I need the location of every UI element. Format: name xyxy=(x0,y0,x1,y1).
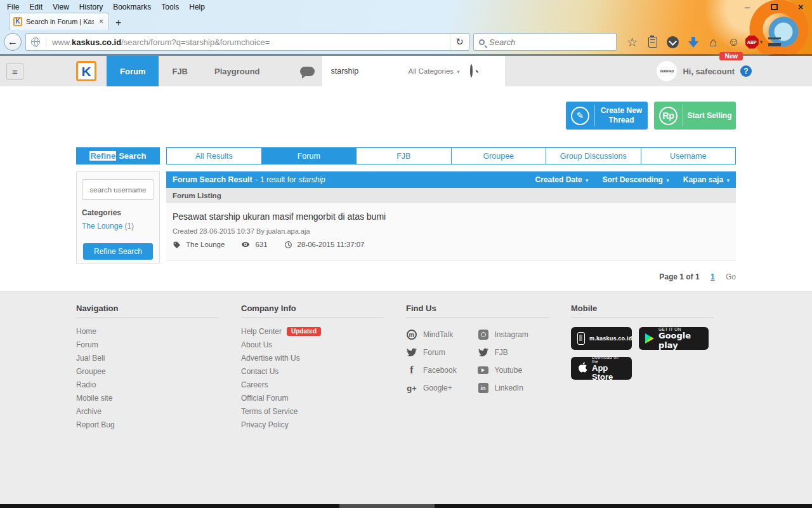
social-linkedin[interactable]: inLinkedIn xyxy=(478,379,549,397)
toolbar-icons: ☆ ⌂ ☺ ABP▾ xyxy=(623,33,783,51)
search-username-input[interactable] xyxy=(82,179,154,200)
thread-category[interactable]: The Lounge xyxy=(186,241,225,248)
footer-link-groupee[interactable]: Groupee xyxy=(76,364,219,378)
footer-link-jual-beli[interactable]: Jual Beli xyxy=(76,351,219,364)
minimize-icon[interactable]: – xyxy=(742,3,752,11)
social-twitter-fjb[interactable]: FJB xyxy=(478,344,549,361)
footer-link-forum[interactable]: Forum xyxy=(76,338,219,351)
sort-order-dropdown[interactable]: Sort Descending ▾ xyxy=(603,175,669,184)
clock-icon xyxy=(284,241,292,249)
footer-link-radio[interactable]: Radio xyxy=(76,378,219,391)
help-icon[interactable]: ? xyxy=(740,65,752,77)
footer-mobile: Mobile m.kaskus.co.id GET IT ONGoogle pl… xyxy=(571,304,736,431)
footer-link-report-bug[interactable]: Report Bug xyxy=(76,418,219,431)
footer-link-about-us[interactable]: About Us xyxy=(241,338,384,351)
page-go-button[interactable]: Go xyxy=(726,272,736,281)
result-count-text: - 1 result for xyxy=(256,175,296,184)
tab-username[interactable]: Username xyxy=(641,147,737,164)
back-button[interactable]: ← xyxy=(4,33,22,51)
chevron-down-icon: ▾ xyxy=(457,69,460,75)
footer-findus: Find Us mMindTalk Forum fFacebook g+Goog… xyxy=(406,304,571,431)
tab-forum[interactable]: Forum xyxy=(261,147,357,164)
tab-fjb[interactable]: FJB xyxy=(356,147,452,164)
search-icon xyxy=(479,39,485,45)
footer-link-home[interactable]: Home xyxy=(76,324,219,338)
social-mindtalk[interactable]: mMindTalk xyxy=(406,326,478,344)
new-tab-button[interactable]: + xyxy=(109,17,128,30)
reload-icon[interactable]: ↻ xyxy=(450,34,469,50)
avatar[interactable]: VERIFIED xyxy=(657,61,677,81)
menu-help[interactable]: Help xyxy=(185,2,209,12)
menu-history[interactable]: History xyxy=(75,2,107,12)
kaskus-logo[interactable]: K xyxy=(76,61,96,81)
restore-icon[interactable] xyxy=(769,3,779,11)
adblock-plus-icon[interactable]: ABP▾ xyxy=(745,33,763,51)
mobile-site-badge[interactable]: m.kaskus.co.id xyxy=(571,327,632,350)
footer-link-advertise[interactable]: Advertise with Us xyxy=(241,351,384,364)
social-youtube[interactable]: Youtube xyxy=(478,361,549,379)
social-googleplus[interactable]: g+Google+ xyxy=(406,379,478,397)
nav-forum[interactable]: Forum xyxy=(107,56,159,86)
category-the-lounge-link[interactable]: The Lounge xyxy=(82,222,122,231)
bookmarks-list-icon[interactable] xyxy=(643,33,662,51)
forum-listing-bar: Forum Listing xyxy=(166,188,736,203)
site-identity-globe-icon[interactable] xyxy=(31,37,40,46)
social-instagram[interactable]: Instagram xyxy=(478,326,549,344)
footer-link-mobile-site[interactable]: Mobile site xyxy=(76,391,219,404)
site-search-bar[interactable]: All Categories ▾ xyxy=(322,56,505,86)
menu-bookmarks[interactable]: Bookmarks xyxy=(108,2,155,12)
url-bar[interactable]: www.kaskus.co.id/search/forum?q=starship… xyxy=(25,33,469,51)
footer-link-contact-us[interactable]: Contact Us xyxy=(241,364,384,378)
footer-link-help-center[interactable]: Help CenterUpdated xyxy=(241,324,384,338)
rupiah-icon: Rp xyxy=(654,105,683,126)
menu-file[interactable]: File xyxy=(3,2,23,12)
footer-link-careers[interactable]: Careers xyxy=(241,378,384,391)
site-search-input[interactable] xyxy=(331,67,406,76)
refine-search-button[interactable]: Refine Search xyxy=(83,243,153,260)
sort-field-dropdown[interactable]: Created Date ▾ xyxy=(535,175,589,184)
google-play-badge[interactable]: GET IT ONGoogle play xyxy=(639,327,709,350)
home-icon[interactable]: ⌂ xyxy=(704,33,723,51)
page-1-link[interactable]: 1 xyxy=(710,272,715,281)
bookmark-star-icon[interactable]: ☆ xyxy=(623,33,641,51)
social-facebook[interactable]: fFacebook xyxy=(406,361,478,379)
tab-groupee[interactable]: Groupee xyxy=(451,147,547,164)
tab-title: Search in Forum | Kaskus -... xyxy=(26,18,94,25)
browser-navbar: ← www.kaskus.co.id/search/forum?q=starsh… xyxy=(0,30,812,54)
browser-search-input[interactable] xyxy=(489,37,611,47)
chat-bubble-icon[interactable] xyxy=(300,67,315,76)
tab-all-results[interactable]: All Results xyxy=(166,147,262,164)
social-twitter-forum[interactable]: Forum xyxy=(406,344,478,361)
time-range-dropdown[interactable]: Kapan saja ▾ xyxy=(683,175,730,184)
menu-hamburger-icon[interactable] xyxy=(765,33,783,51)
close-icon[interactable]: × xyxy=(796,3,806,11)
result-header-title: Forum Search Result xyxy=(173,175,252,184)
footer-link-official-forum[interactable]: Official Forum xyxy=(241,391,384,404)
create-new-thread-button[interactable]: ✎ Create New Thread xyxy=(566,102,648,130)
menu-edit[interactable]: Edit xyxy=(25,2,47,12)
menu-view[interactable]: View xyxy=(48,2,74,12)
nav-playground[interactable]: Playground xyxy=(201,56,273,86)
browser-tab[interactable]: K Search in Forum | Kaskus -... × xyxy=(9,13,109,30)
site-menu-button[interactable]: ≡ xyxy=(6,63,23,80)
site-search-button[interactable] xyxy=(470,65,473,77)
menu-tools[interactable]: Tools xyxy=(157,2,183,12)
tab-close-icon[interactable]: × xyxy=(98,17,105,26)
start-selling-button[interactable]: Rp Start Selling xyxy=(654,102,736,130)
user-greeting[interactable]: Hi, safecount xyxy=(683,67,735,76)
nav-fjb[interactable]: FJB xyxy=(159,56,201,86)
browser-search-bar[interactable] xyxy=(473,33,617,51)
category-dropdown[interactable]: All Categories ▾ xyxy=(409,67,460,75)
thread-title-link[interactable]: Pesawat starship ukuran masif mengorbit … xyxy=(173,211,730,222)
tab-group-discussions[interactable]: Group Discussions xyxy=(546,147,641,164)
pocket-icon[interactable] xyxy=(664,33,682,51)
footer-link-privacy[interactable]: Privacy Policy xyxy=(241,418,384,431)
refine-box: Categories The Lounge (1) Refine Search xyxy=(76,171,160,264)
result-item[interactable]: Pesawat starship ukuran masif mengorbit … xyxy=(166,203,736,261)
footer-link-archive[interactable]: Archive xyxy=(76,404,219,418)
url-text[interactable]: www.kaskus.co.id/search/forum?q=starship… xyxy=(46,37,450,47)
footer-link-terms[interactable]: Terms of Service xyxy=(241,404,384,418)
downloads-icon[interactable] xyxy=(684,33,702,51)
app-store-badge[interactable]: Download on theApp Store xyxy=(571,357,632,380)
feedback-smiley-icon[interactable]: ☺ xyxy=(724,33,743,51)
